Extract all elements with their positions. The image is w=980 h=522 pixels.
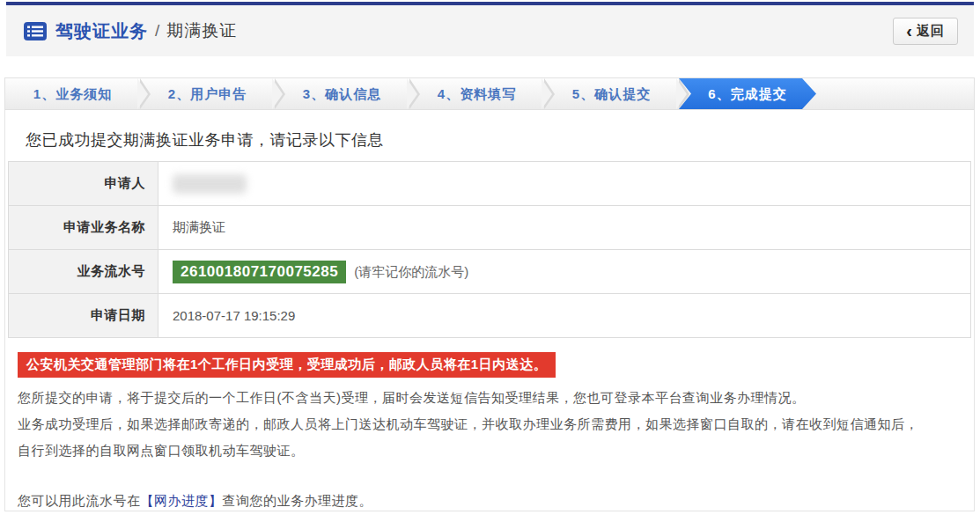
app-header: 驾驶证业务 / 期满换证 ‹ 返回: [6, 5, 974, 56]
progress-query-suffix: 查询您的业务办理进度。: [223, 493, 373, 508]
step-bar-filler: [816, 78, 974, 109]
row-value-applicant: [158, 162, 971, 206]
redacted-applicant-name: [173, 174, 247, 194]
progress-query-prefix: 您可以用此流水号在: [18, 493, 141, 508]
table-row-serial-number: 业务流水号 261001807170075285 (请牢记你的流水号): [9, 250, 971, 294]
progress-query-line: 您可以用此流水号在【网办进度】查询您的业务办理进度。: [18, 490, 962, 511]
step-6-complete-submit: 6、完成提交: [679, 78, 816, 109]
row-value-serial-number: 261001807170075285 (请牢记你的流水号): [158, 250, 971, 294]
result-panel: 您已成功提交期满换证业务申请，请记录以下信息 申请人 申请业务名称 期满换证 业…: [4, 110, 975, 511]
row-value-apply-date: 2018-07-17 19:15:29: [158, 294, 971, 338]
serial-number-badge: 261001807170075285: [173, 261, 346, 283]
alert-banner: 公安机关交通管理部门将在1个工作日内受理，受理成功后，邮政人员将在1日内送达。: [18, 352, 556, 378]
table-row-business-name: 申请业务名称 期满换证: [9, 206, 971, 250]
row-label-business-name: 申请业务名称: [9, 206, 158, 250]
title-separator: /: [155, 21, 159, 40]
step-4-fill-data: 4、资料填写: [409, 78, 544, 109]
table-row-apply-date: 申请日期 2018-07-17 19:15:29: [9, 294, 971, 338]
list-icon: [24, 22, 47, 40]
progress-link[interactable]: 【网办进度】: [141, 493, 223, 508]
step-2-user-declaration: 2、用户申告: [140, 78, 275, 109]
notice-paragraph-2-line-2: 自行到选择的自取网点窗口领取机动车驾驶证。: [18, 437, 962, 464]
row-value-business-name: 期满换证: [158, 206, 971, 250]
row-label-applicant: 申请人: [9, 162, 158, 206]
back-button[interactable]: ‹ 返回: [893, 18, 958, 45]
result-info-table: 申请人 申请业务名称 期满换证 业务流水号 261001807170075285…: [8, 161, 971, 338]
notice-paragraph-2-line-1: 业务成功受理后，如果选择邮政寄递的，邮政人员将上门送达机动车驾驶证，并收取办理业…: [18, 411, 962, 437]
notice-paragraphs: 您所提交的申请，将于提交后的一个工作日(不含当天)受理，届时会发送短信告知受理结…: [18, 385, 962, 464]
step-wizard-bar: 1、业务须知 2、用户申告 3、确认信息 4、资料填写 5、确认提交 6、完成提…: [4, 77, 975, 110]
table-row-applicant: 申请人: [9, 162, 971, 206]
notice-paragraph-1: 您所提交的申请，将于提交后的一个工作日(不含当天)受理，届时会发送短信告知受理结…: [18, 385, 962, 411]
success-message: 您已成功提交期满换证业务申请，请记录以下信息: [26, 129, 974, 151]
page-title: 驾驶证业务: [55, 19, 148, 43]
step-3-confirm-info: 3、确认信息: [275, 78, 409, 109]
back-button-label: 返回: [917, 23, 945, 40]
row-label-apply-date: 申请日期: [9, 294, 158, 338]
page-subtitle: 期满换证: [166, 19, 237, 42]
step-1-business-notice: 1、业务须知: [5, 78, 140, 109]
step-5-confirm-submit: 5、确认提交: [544, 78, 679, 109]
row-label-serial-number: 业务流水号: [9, 250, 158, 294]
chevron-left-icon: ‹: [906, 22, 912, 40]
serial-number-note: (请牢记你的流水号): [354, 264, 468, 279]
